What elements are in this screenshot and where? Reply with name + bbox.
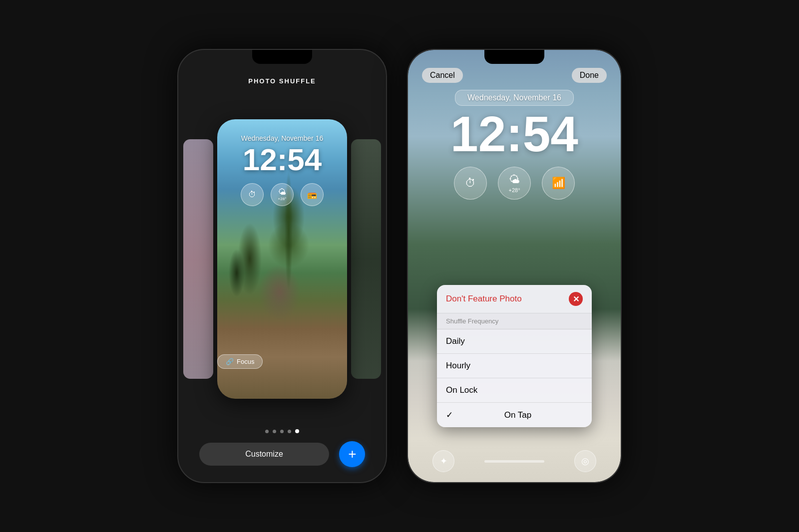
screen-area-left: Wednesday, November 16 12:54 ⏱ 🌤 +28° 📻 xyxy=(178,89,386,429)
right-phone: Cancel Done Wednesday, November 16 12:54… xyxy=(407,49,622,483)
left-date: Wednesday, November 16 xyxy=(241,134,323,142)
dot-2[interactable] xyxy=(280,430,284,433)
left-phone: PHOTO SHUFFLE Wednesday, November 16 12:… xyxy=(177,49,387,483)
section-header-label: Shuffle Frequency xyxy=(446,317,498,325)
focus-link-icon: 🔗 xyxy=(226,358,234,365)
dot-3[interactable] xyxy=(288,430,291,433)
menu-item-hourly[interactable]: Hourly xyxy=(437,354,592,378)
main-container: PHOTO SHUFFLE Wednesday, November 16 12:… xyxy=(0,0,799,532)
on-tap-label: On Tap xyxy=(504,410,532,420)
home-indicator xyxy=(484,460,544,463)
right-widgets-row: ⏱ 🌤 +28° 📶 xyxy=(454,167,575,200)
notch-left xyxy=(252,50,312,64)
right-header: Cancel Done xyxy=(408,68,621,83)
radio-icon: 📻 xyxy=(307,191,317,199)
focus-label: Focus xyxy=(237,358,254,365)
lock-screen-card[interactable]: Wednesday, November 16 12:54 ⏱ 🌤 +28° 📻 xyxy=(217,119,347,399)
dot-0[interactable] xyxy=(265,430,269,433)
left-widget-2[interactable]: 📻 xyxy=(301,183,324,206)
right-lock-content: Wednesday, November 16 12:54 ⏱ 🌤 +28° 📶 xyxy=(408,90,621,200)
bottom-icon-right[interactable]: ◎ xyxy=(574,450,596,472)
menu-item-on-tap[interactable]: ✓ On Tap xyxy=(437,403,592,427)
right-widget-0[interactable]: ⏱ xyxy=(454,167,487,200)
shuffle-frequency-header: Shuffle Frequency xyxy=(437,313,592,329)
bottom-bar-left: Customize + xyxy=(199,441,366,467)
notch-right xyxy=(484,50,544,64)
left-widget-1[interactable]: 🌤 +28° xyxy=(271,183,294,206)
add-button[interactable]: + xyxy=(339,441,365,467)
left-widget-0[interactable]: ⏱ xyxy=(241,183,264,206)
cancel-button[interactable]: Cancel xyxy=(422,68,463,83)
menu-item-on-lock[interactable]: On Lock xyxy=(437,378,592,403)
left-widgets-row: ⏱ 🌤 +28° 📻 xyxy=(241,183,324,206)
context-menu: Don't Feature Photo ✕ Shuffle Frequency … xyxy=(437,285,592,427)
done-button[interactable]: Done xyxy=(572,68,607,83)
hourly-label: Hourly xyxy=(446,361,470,371)
danger-icon: ✕ xyxy=(569,292,583,306)
daily-label: Daily xyxy=(446,336,465,346)
check-icon: ✓ xyxy=(446,410,453,420)
photo-shuffle-label: PHOTO SHUFFLE xyxy=(248,77,316,85)
temp-label: +28° xyxy=(278,197,287,201)
right-temp-label: +28° xyxy=(508,187,520,193)
dont-feature-item[interactable]: Don't Feature Photo ✕ xyxy=(437,285,592,313)
dont-feature-label: Don't Feature Photo xyxy=(446,294,522,304)
weather-icon: 🌤 xyxy=(278,188,286,196)
right-widget-1[interactable]: 🌤 +28° xyxy=(498,167,531,200)
customize-button[interactable]: Customize xyxy=(199,443,330,466)
right-time: 12:54 xyxy=(450,109,578,159)
right-signal-icon: 📶 xyxy=(552,177,565,190)
left-time: 12:54 xyxy=(243,144,322,175)
left-side-preview[interactable] xyxy=(183,139,213,379)
menu-item-daily[interactable]: Daily xyxy=(437,329,592,354)
dots-row xyxy=(265,429,299,433)
on-lock-label: On Lock xyxy=(446,385,477,395)
right-bottom-bar: ✦ ◎ xyxy=(408,450,621,472)
dot-4-active[interactable] xyxy=(295,429,299,433)
right-date: Wednesday, November 16 xyxy=(455,90,574,106)
stopwatch-icon: ⏱ xyxy=(248,191,256,199)
bottom-icon-left[interactable]: ✦ xyxy=(432,450,454,472)
focus-pill[interactable]: 🔗 Focus xyxy=(217,354,263,369)
dot-1[interactable] xyxy=(273,430,276,433)
right-side-preview[interactable] xyxy=(351,139,381,379)
right-widget-2[interactable]: 📶 xyxy=(542,167,575,200)
right-weather-icon: 🌤 xyxy=(509,173,520,186)
right-stopwatch-icon: ⏱ xyxy=(465,177,476,190)
